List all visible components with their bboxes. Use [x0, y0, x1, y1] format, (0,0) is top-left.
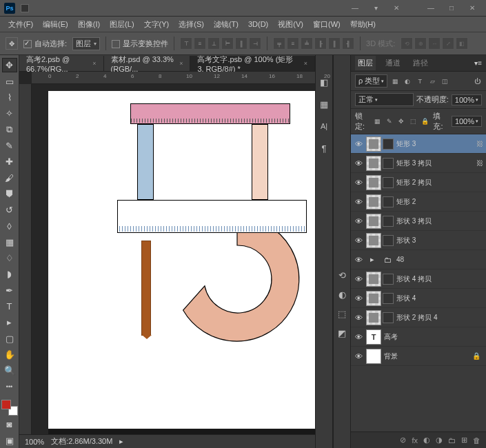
layer-name[interactable]: 背景 — [384, 352, 469, 361]
layer-name[interactable]: 形状 2 拷贝 4 — [396, 313, 483, 323]
lock-trans-icon[interactable]: ▦ — [373, 116, 381, 126]
adjustment-icon[interactable]: ◑ — [436, 436, 443, 445]
color-swatches[interactable] — [1, 400, 18, 416]
crop-tool[interactable]: ⧉ — [2, 122, 17, 136]
visibility-icon[interactable]: 👁 — [354, 140, 363, 148]
path-select-tool[interactable]: ▸ — [2, 315, 17, 329]
dodge-tool[interactable]: ◗ — [2, 267, 17, 281]
canvas-viewport[interactable] — [32, 84, 315, 448]
layer-row[interactable]: 👁形状 4 拷贝 — [351, 269, 486, 289]
layer-row[interactable]: 👁▸🗀48 — [351, 250, 486, 269]
magic-wand-tool[interactable]: ✧ — [2, 106, 17, 121]
menu-edit[interactable]: 编辑(E) — [39, 18, 72, 31]
history-panel-icon[interactable]: ⟲ — [336, 269, 348, 281]
dist-3-icon[interactable]: ╧ — [301, 37, 313, 50]
filter-smart-icon[interactable]: ◫ — [440, 77, 449, 86]
blend-mode-dropdown[interactable]: 正常 — [355, 93, 414, 106]
paragraph-panel-icon[interactable]: ¶ — [318, 142, 330, 154]
window-max-button[interactable]: □ — [442, 2, 461, 14]
screen-mode-toggle[interactable]: ▣ — [2, 434, 17, 448]
visibility-icon[interactable]: 👁 — [354, 314, 363, 322]
layer-row[interactable]: 👁矩形 2 拷贝 — [351, 173, 486, 192]
hand-tool[interactable]: ✋ — [2, 347, 17, 362]
healing-tool[interactable]: ✚ — [2, 154, 17, 169]
opacity-input[interactable]: 100% — [452, 94, 482, 105]
layer-name[interactable]: 高考 — [384, 332, 483, 342]
visibility-icon[interactable]: 👁 — [354, 198, 363, 206]
shape-tool[interactable]: ▢ — [2, 332, 17, 346]
status-arrow-icon[interactable]: ▸ — [119, 437, 123, 446]
menu-file[interactable]: 文件(F) — [4, 18, 37, 31]
3d-icon-2[interactable]: ⊕ — [414, 37, 427, 50]
link-layers-icon[interactable]: ⊘ — [400, 436, 406, 445]
filter-shape-icon[interactable]: ▱ — [427, 77, 437, 86]
inner-min-button[interactable]: — — [345, 2, 365, 14]
close-icon[interactable]: × — [179, 60, 183, 67]
styles-panel-icon[interactable]: ◩ — [336, 327, 348, 339]
visibility-icon[interactable]: 👁 — [354, 275, 363, 283]
ruler-horizontal[interactable]: 0 2 4 6 8 10 12 14 16 18 20 — [32, 72, 315, 84]
menu-type[interactable]: 文字(Y) — [140, 18, 174, 31]
layer-row[interactable]: 👁形状 4 — [351, 289, 486, 308]
window-close-button[interactable]: ✕ — [463, 2, 482, 14]
dist-2-icon[interactable]: ≡ — [287, 37, 299, 50]
layer-name[interactable]: 形状 3 拷贝 — [396, 216, 483, 226]
filter-type-dropdown[interactable]: ρ 类型 — [355, 74, 387, 88]
group-icon[interactable]: 🗀 — [448, 436, 456, 445]
brush-tool[interactable]: 🖌 — [2, 170, 17, 185]
doc-tab-2[interactable]: 高考文字.psb @ 100% (矩形 3, RGB/8#) *× — [190, 56, 315, 71]
dist-5-icon[interactable]: ║ — [328, 37, 341, 50]
fx-icon[interactable]: fx — [412, 436, 418, 445]
properties-panel-icon[interactable]: ⬚ — [336, 307, 348, 320]
layer-name[interactable]: 矩形 3 — [396, 139, 474, 149]
history-brush-tool[interactable]: ↺ — [2, 203, 17, 217]
auto-select-target-dropdown[interactable]: 图层 — [72, 37, 100, 50]
doc-size[interactable]: 文档:2.86M/3.30M — [51, 436, 112, 447]
3d-icon-3[interactable]: ↔ — [428, 37, 441, 50]
doc-tab-0[interactable]: 高考2.psb @ 66.7%(RG...× — [19, 56, 104, 71]
align-right-icon[interactable]: ⊣ — [249, 37, 261, 50]
window-min-button[interactable]: — — [421, 2, 441, 14]
auto-select-checkbox[interactable] — [23, 40, 32, 48]
menu-help[interactable]: 帮助(H) — [346, 18, 380, 31]
close-icon[interactable]: × — [92, 60, 96, 67]
pen-tool[interactable]: ✒ — [2, 283, 17, 298]
trash-icon[interactable]: 🗑 — [473, 436, 480, 445]
ruler-vertical[interactable] — [19, 84, 32, 448]
visibility-icon[interactable]: 👁 — [354, 236, 363, 245]
menu-view[interactable]: 视图(V) — [274, 18, 307, 31]
filter-type-icon[interactable]: T — [415, 77, 425, 86]
layer-name[interactable]: 矩形 3 拷贝 — [396, 159, 474, 168]
layer-name[interactable]: 形状 3 — [396, 236, 483, 245]
marquee-tool[interactable]: ▭ — [2, 74, 17, 88]
layer-name[interactable]: 形状 4 — [396, 294, 483, 303]
inner-close-button[interactable]: ✕ — [387, 2, 406, 14]
layer-row[interactable]: 👁矩形 2 — [351, 192, 486, 212]
layer-row[interactable]: 👁形状 3 — [351, 231, 486, 250]
panel-menu-icon[interactable]: ▾≡ — [474, 59, 482, 67]
close-icon[interactable]: × — [304, 60, 307, 67]
folder-arrow-icon[interactable]: ▸ — [366, 255, 378, 264]
3d-icon-1[interactable]: ⟲ — [401, 37, 413, 50]
gradient-tool[interactable]: ▦ — [2, 235, 17, 250]
filter-adjust-icon[interactable]: ◐ — [403, 77, 412, 86]
lasso-tool[interactable]: ⌇ — [2, 90, 17, 105]
layer-name[interactable]: 形状 4 拷贝 — [396, 274, 483, 284]
show-transform-checkbox[interactable] — [112, 40, 120, 48]
zoom-level[interactable]: 100% — [25, 438, 44, 446]
lock-artboard-icon[interactable]: ⬚ — [409, 116, 417, 126]
move-tool[interactable]: ✥ — [2, 58, 17, 72]
layer-row[interactable]: 👁形状 2 拷贝 4 — [351, 308, 486, 327]
layer-name[interactable]: 矩形 2 拷贝 — [396, 178, 483, 187]
align-top-icon[interactable]: ⊤ — [180, 37, 192, 50]
layer-name[interactable]: 48 — [396, 256, 483, 263]
dist-1-icon[interactable]: ╤ — [273, 37, 285, 50]
adjustments-panel-icon[interactable]: ◐ — [336, 288, 348, 301]
eyedropper-tool[interactable]: ✎ — [2, 139, 17, 153]
doc-tab-1[interactable]: 素材.psd @ 33.3%(RGB/...× — [104, 56, 191, 71]
zoom-tool[interactable]: 🔍 — [2, 363, 17, 378]
menu-select[interactable]: 选择(S) — [174, 18, 208, 31]
dist-6-icon[interactable]: ╢ — [342, 37, 354, 50]
type-tool[interactable]: T — [2, 299, 17, 314]
menu-window[interactable]: 窗口(W) — [309, 18, 345, 31]
